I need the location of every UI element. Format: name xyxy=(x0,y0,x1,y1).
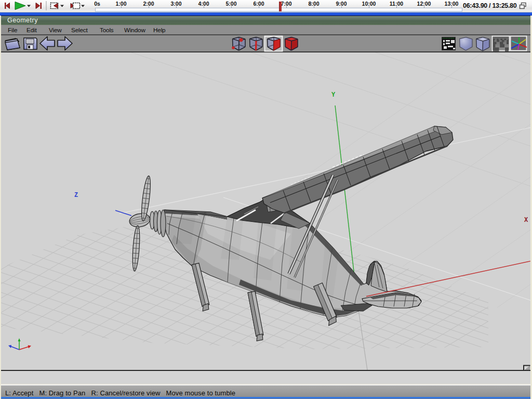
svg-text:X: X xyxy=(524,217,528,224)
svg-text:Z: Z xyxy=(74,192,78,199)
svg-text:Y: Y xyxy=(331,91,336,99)
